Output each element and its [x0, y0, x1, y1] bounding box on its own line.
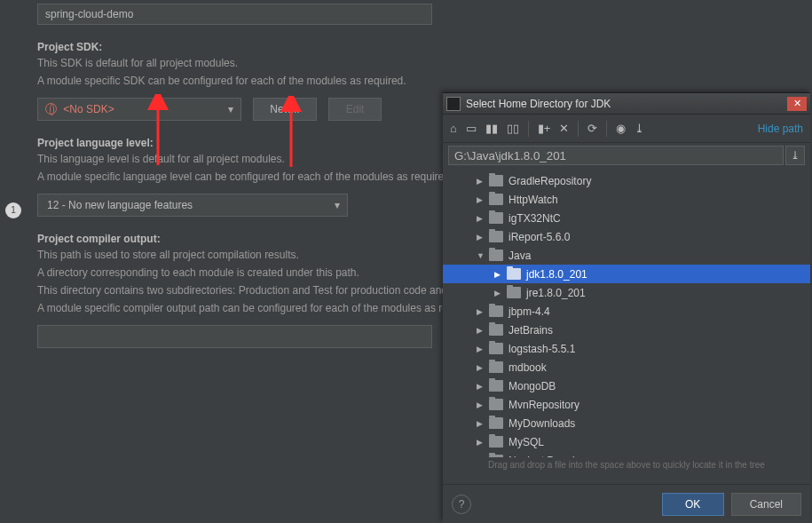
- folder-icon: [507, 268, 521, 280]
- folder-icon: [489, 380, 503, 392]
- expand-icon[interactable]: ▶: [477, 214, 487, 223]
- tree-item[interactable]: ▶JetBrains: [443, 321, 810, 339]
- tree-label: MongoDB: [508, 380, 556, 392]
- module-icon[interactable]: ▯▯: [507, 122, 519, 135]
- expand-icon[interactable]: ▶: [477, 307, 487, 316]
- tree-item[interactable]: ▶jre1.8.0_201: [443, 283, 810, 302]
- new-folder-icon[interactable]: ▮+: [538, 122, 551, 135]
- tree-item[interactable]: ▶MyDownloads: [443, 414, 810, 432]
- tree-label: HttpWatch: [508, 194, 558, 206]
- tree-label: jdk1.8.0_201: [526, 268, 587, 281]
- tree-item[interactable]: ▼Java: [443, 246, 810, 265]
- dialog-toolbar: ⌂ ▭ ▮▮ ▯▯ ▮+ ✕ ⟳ ◉ ⤓ Hide path: [443, 115, 810, 143]
- tree-item[interactable]: ▶jdk1.8.0_201: [443, 265, 810, 283]
- tree-item[interactable]: ▶logstash-5.5.1: [443, 339, 810, 358]
- sdk-dropdown[interactable]: <No SDK> ▾: [37, 98, 241, 121]
- go-icon[interactable]: ⤓: [785, 146, 805, 165]
- tree-label: iReport-5.6.0: [508, 231, 570, 243]
- dialog-title: Select Home Directory for JDK: [466, 98, 787, 110]
- language-level-dropdown[interactable]: 12 - No new language features ▾: [37, 194, 348, 217]
- chevron-down-icon: ▾: [228, 99, 233, 120]
- path-input[interactable]: [448, 146, 784, 165]
- tree-item[interactable]: ▶MySQL: [443, 432, 810, 451]
- sdk-desc2: A module specific SDK can be configured …: [37, 74, 812, 89]
- folder-icon: [489, 436, 503, 448]
- folder-icon: [507, 287, 521, 298]
- expand-icon[interactable]: ▶: [477, 382, 487, 391]
- app-icon: [446, 97, 461, 111]
- expand-icon[interactable]: ▶: [477, 363, 487, 372]
- desktop-icon[interactable]: ▭: [466, 122, 477, 135]
- expand-icon[interactable]: ▶: [494, 289, 505, 297]
- tree-item[interactable]: ▶Navicat Premium: [443, 451, 810, 457]
- cancel-button[interactable]: Cancel: [731, 493, 801, 516]
- tree-label: igTX32NtC: [508, 212, 561, 225]
- dialog-titlebar: Select Home Directory for JDK ✕: [443, 93, 810, 115]
- tree-item[interactable]: ▶igTX32NtC: [443, 209, 810, 227]
- folder-icon: [489, 324, 503, 336]
- tree-label: Java: [508, 250, 531, 262]
- path-bar: ⤓: [443, 143, 810, 168]
- expand-icon[interactable]: ▶: [477, 438, 487, 447]
- hide-path-link[interactable]: Hide path: [758, 123, 803, 135]
- ok-button[interactable]: OK: [662, 493, 724, 516]
- folder-icon: [489, 417, 503, 429]
- tree-item[interactable]: ▶jbpm-4.4: [443, 302, 810, 321]
- tree-label: JetBrains: [508, 324, 553, 337]
- close-icon[interactable]: ✕: [787, 97, 807, 111]
- select-home-directory-dialog: Select Home Directory for JDK ✕ ⌂ ▭ ▮▮ ▯…: [443, 92, 810, 523]
- folder-icon: [489, 231, 503, 242]
- sdk-desc1: This SDK is default for all project modu…: [37, 56, 812, 71]
- folder-icon: [489, 305, 503, 317]
- new-sdk-button[interactable]: New...: [253, 98, 316, 121]
- tree-item[interactable]: ▶HttpWatch: [443, 190, 810, 209]
- tree-item[interactable]: ▶mdbook: [443, 358, 810, 376]
- expand-icon[interactable]: ▶: [477, 177, 487, 186]
- folder-icon: [489, 361, 503, 373]
- folder-icon: [489, 175, 503, 186]
- tree-label: MySQL: [508, 436, 544, 448]
- compiler-output-input[interactable]: [37, 325, 432, 348]
- expand-icon[interactable]: ▶: [477, 326, 487, 335]
- folder-icon: [489, 343, 503, 354]
- tree-label: MvnRepository: [508, 399, 579, 411]
- expand-icon[interactable]: ▶: [494, 270, 505, 279]
- delete-icon[interactable]: ✕: [559, 122, 569, 135]
- folder-icon: [489, 212, 503, 224]
- edit-sdk-button[interactable]: Edit: [328, 98, 382, 121]
- project-name-input[interactable]: [37, 4, 432, 25]
- project-icon[interactable]: ▮▮: [485, 122, 498, 135]
- folder-icon: [489, 194, 503, 205]
- expand-icon[interactable]: ▶: [477, 419, 487, 428]
- refresh-icon[interactable]: ⟳: [587, 122, 597, 135]
- expand-icon[interactable]: ▶: [477, 195, 487, 204]
- tree-label: logstash-5.5.1: [508, 343, 575, 355]
- expand-icon[interactable]: ▶: [477, 400, 487, 409]
- home-icon[interactable]: ⌂: [450, 122, 457, 135]
- chevron-down-icon: ▾: [335, 194, 340, 216]
- tree-label: Navicat Premium: [508, 455, 589, 458]
- expand-icon[interactable]: ▶: [477, 345, 487, 353]
- drag-hint: Drag and drop a file into the space abov…: [443, 457, 810, 472]
- globe-icon: [45, 103, 57, 115]
- tree-label: jre1.8.0_201: [526, 287, 586, 299]
- folder-icon: [489, 455, 503, 457]
- expand-icon[interactable]: ▶: [477, 233, 487, 242]
- expand-icon[interactable]: ▼: [477, 251, 487, 260]
- expand-icon[interactable]: ▶: [477, 456, 487, 458]
- tree-label: MyDownloads: [508, 417, 575, 430]
- show-hidden-icon[interactable]: ◉: [616, 122, 626, 135]
- tree-label: mdbook: [508, 361, 547, 374]
- tree-item[interactable]: ▶MongoDB: [443, 376, 810, 395]
- tree-label: jbpm-4.4: [508, 305, 550, 318]
- tree-item[interactable]: ▶iReport-5.6.0: [443, 227, 810, 246]
- tree-item[interactable]: ▶GradleRepository: [443, 171, 810, 190]
- notification-badge[interactable]: 1: [5, 202, 21, 218]
- tree-item[interactable]: ▶MvnRepository: [443, 395, 810, 414]
- directory-tree[interactable]: ▶GradleRepository▶HttpWatch▶igTX32NtC▶iR…: [443, 168, 810, 457]
- main-window: 1 Project SDK: This SDK is default for a…: [0, 0, 812, 523]
- help-icon[interactable]: ?: [452, 495, 471, 514]
- folder-icon: [489, 399, 503, 410]
- download-icon[interactable]: ⤓: [635, 122, 644, 135]
- folder-icon: [489, 250, 503, 261]
